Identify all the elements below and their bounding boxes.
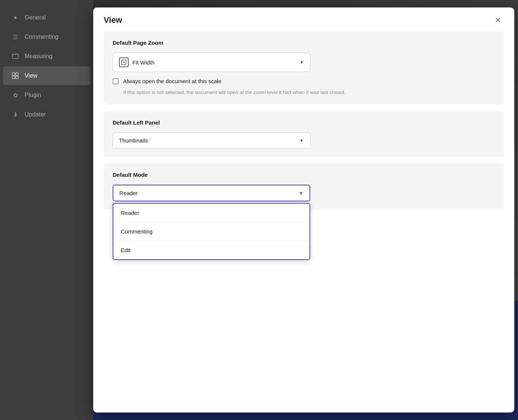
- modal-title: View: [104, 15, 122, 25]
- zoom-dropdown[interactable]: Fit Width ▼: [113, 53, 310, 72]
- default-mode-dropdown-value: Reader: [119, 190, 138, 196]
- default-mode-section: Default Mode Reader ▼ Reader Commenting …: [104, 163, 504, 210]
- checkbox-label: Always open the document at this scale: [123, 78, 221, 84]
- sidebar-item-plugin[interactable]: ✿ Plugin: [3, 86, 90, 104]
- svg-point-10: [123, 62, 125, 63]
- left-panel-dropdown-arrow: ▼: [299, 138, 304, 143]
- left-panel-section: Default Left Panel Thumbnails ▼: [104, 111, 504, 157]
- option-reader[interactable]: Reader: [113, 204, 310, 222]
- option-commenting[interactable]: Commenting: [113, 222, 310, 241]
- sidebar-item-label-general: General: [25, 14, 46, 21]
- sidebar-item-view[interactable]: View: [3, 66, 90, 85]
- updater-icon: ⬇: [11, 110, 19, 119]
- sidebar-item-label-commenting: Commenting: [25, 34, 59, 40]
- sidebar-item-general[interactable]: ● General: [3, 8, 90, 27]
- sidebar-item-label-plugin: Plugin: [25, 92, 41, 98]
- svg-rect-5: [12, 73, 15, 75]
- default-mode-section-title: Default Mode: [113, 172, 495, 178]
- zoom-section: Default Page Zoom Fit Width ▼: [104, 31, 504, 104]
- modal-header: View ✕: [93, 7, 514, 31]
- sidebar-item-commenting[interactable]: ☰ Commenting: [3, 28, 90, 46]
- svg-rect-6: [16, 73, 18, 75]
- default-mode-dropdown[interactable]: Reader ▼: [113, 185, 310, 201]
- zoom-section-title: Default Page Zoom: [113, 40, 495, 46]
- option-edit[interactable]: Edit: [113, 241, 310, 259]
- always-open-checkbox[interactable]: [113, 78, 119, 84]
- left-panel-dropdown-container: Thumbnails ▼: [113, 132, 495, 148]
- sidebar-item-label-measuring: Measuring: [25, 53, 53, 60]
- zoom-dropdown-inner: Fit Width: [119, 57, 154, 67]
- general-icon: ●: [11, 13, 19, 22]
- svg-rect-8: [16, 76, 18, 79]
- plugin-icon: ✿: [11, 91, 19, 99]
- modal-body: Default Page Zoom Fit Width ▼: [93, 31, 514, 413]
- left-panel-section-title: Default Left Panel: [113, 119, 495, 126]
- checkbox-row: Always open the document at this scale: [113, 78, 495, 84]
- svg-rect-7: [12, 76, 15, 79]
- zoom-dropdown-value: Fit Width: [132, 59, 154, 66]
- zoom-dropdown-icon: [119, 57, 129, 67]
- default-mode-dropdown-container: Reader ▼ Reader Commenting Edit: [113, 185, 495, 201]
- default-mode-dropdown-arrow: ▼: [298, 190, 304, 196]
- sidebar-item-measuring[interactable]: Measuring: [3, 47, 90, 66]
- commenting-icon: ☰: [11, 33, 19, 41]
- modal-close-button[interactable]: ✕: [492, 14, 504, 26]
- left-panel-dropdown[interactable]: Thumbnails ▼: [113, 132, 310, 148]
- left-panel-dropdown-inner: Thumbnails: [119, 137, 148, 144]
- sidebar: ● General ☰ Commenting Measuring: [0, 0, 93, 420]
- default-mode-dropdown-popup: Reader Commenting Edit: [113, 203, 310, 260]
- default-mode-dropdown-inner: Reader: [119, 190, 138, 196]
- view-settings-modal: View ✕ Default Page Zoom Fit Width: [93, 7, 514, 413]
- measuring-icon: [11, 52, 19, 60]
- sidebar-item-label-updater: Updater: [25, 111, 46, 118]
- sidebar-item-label-view: View: [25, 72, 37, 79]
- zoom-helper-text: If this option is not selected, the docu…: [113, 89, 495, 96]
- sidebar-item-updater[interactable]: ⬇ Updater: [3, 105, 90, 124]
- zoom-dropdown-container: Fit Width ▼: [113, 53, 495, 72]
- left-panel-dropdown-value: Thumbnails: [119, 137, 148, 144]
- view-icon: [11, 72, 19, 80]
- zoom-dropdown-arrow: ▼: [299, 60, 304, 65]
